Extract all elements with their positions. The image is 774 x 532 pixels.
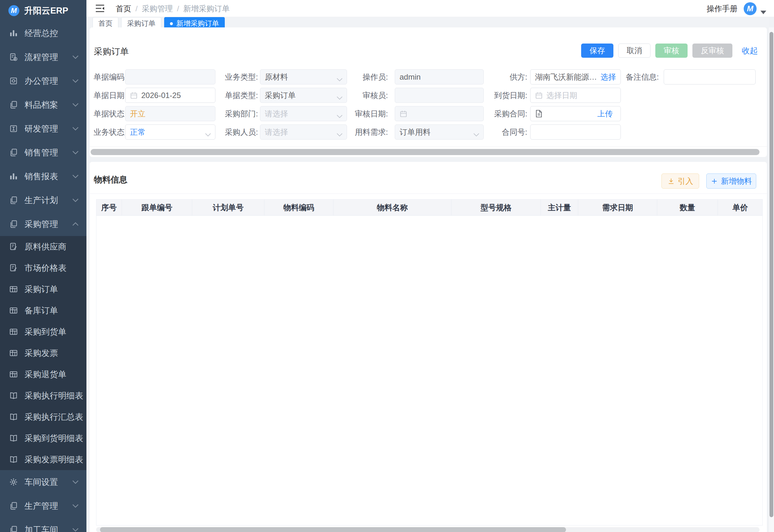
add-material-button[interactable]: 新增物料 [706, 173, 756, 189]
form-row-2: 单据日期: 2026-01-25 单据类型: 采购订单 审核员: 到货日期: 选… [90, 88, 767, 103]
collapse-link[interactable]: 收起 [742, 45, 758, 56]
sidebar-item-production-plan[interactable]: 生产计划 [0, 188, 86, 212]
files-icon [9, 195, 18, 205]
sidebar-item-purchase-arrival[interactable]: 采购到货单 [0, 321, 86, 342]
manual-link[interactable]: 操作手册 [707, 0, 738, 17]
table-grid-icon [9, 306, 18, 315]
sidebar-item-purchase-order[interactable]: 采购订单 [0, 279, 86, 300]
page-vertical-scrollbar-thumb[interactable] [769, 32, 773, 517]
calendar-icon [400, 110, 407, 118]
sidebar-item-purchase-return[interactable]: 采购退货单 [0, 364, 86, 385]
document-icon [535, 110, 542, 118]
chevron-down-icon [336, 93, 343, 102]
sidebar-item-purchase-exec-detail[interactable]: 采购执行明细表 [0, 385, 86, 406]
sidebar-item-sales-report[interactable]: 销售报表 [0, 164, 86, 188]
sidebar-item-purchase-exec-summary[interactable]: 采购执行汇总表 [0, 406, 86, 428]
breadcrumb-purchase-mgmt[interactable]: 采购管理 [142, 4, 173, 14]
doc-date-label: 单据日期: [94, 90, 124, 101]
sidebar-item-office-mgmt[interactable]: 办公管理 [0, 69, 86, 93]
upload-link[interactable]: 上传 [597, 109, 616, 119]
tab-home[interactable]: 首页 [93, 17, 118, 27]
audit-button: 审核 [655, 44, 688, 58]
sidebar-item-purchase-invoice[interactable]: 采购发票 [0, 342, 86, 364]
table-horizontal-scrollbar-track[interactable] [96, 527, 759, 532]
save-button[interactable]: 保存 [581, 44, 613, 58]
chevron-down-icon [72, 55, 79, 59]
table-grid-icon [9, 327, 18, 337]
material-panel-header: 物料信息 引入 新增物料 [90, 162, 767, 194]
sidebar-item-processing-workshop[interactable]: 加工车间 [0, 518, 86, 532]
col-header-quantity: 数量 [657, 200, 718, 215]
biz-status-label: 业务状态: [94, 127, 124, 137]
table-grid-icon [9, 284, 18, 294]
material-section-title: 物料信息 [94, 174, 127, 185]
tab-purchase-order-list[interactable]: 采购订单 [121, 17, 161, 27]
import-button[interactable]: 引入 [661, 173, 699, 189]
user-avatar[interactable]: M [744, 2, 757, 15]
supplier-input[interactable]: 湖南飞沃新能源科技股份 选择 [530, 69, 621, 84]
contract-no-label: 合同号: [486, 127, 527, 137]
arrive-date-input[interactable]: 选择日期 [530, 88, 621, 103]
sidebar-item-raw-supplier[interactable]: 原料供应商 [0, 236, 86, 257]
chevron-down-icon [72, 528, 79, 532]
sidebar-item-stock-order[interactable]: 备库订单 [0, 300, 86, 321]
app-logo: M 升阳云ERP [0, 0, 86, 21]
breadcrumb-home[interactable]: 首页 [116, 4, 131, 14]
purchase-submenu: 原料供应商 市场价格表 采购订单 备库订单 [0, 236, 86, 470]
page-vertical-scrollbar-track[interactable] [769, 27, 774, 532]
chevron-down-icon [72, 151, 79, 154]
sidebar-item-production-mgmt[interactable]: 生产管理 [0, 494, 86, 518]
form-horizontal-scrollbar[interactable] [91, 149, 759, 155]
caret-down-icon[interactable] [760, 11, 766, 14]
form-bottom-divider [90, 146, 767, 147]
files-icon [9, 100, 18, 110]
material-table-header: 序号 跟单编号 计划单号 物料编码 物料名称 型号规格 主计量 需求日期 数量 … [96, 200, 762, 216]
app-title: 升阳云ERP [24, 5, 68, 16]
order-action-buttons: 保存 取消 审核 反审核 收起 [581, 44, 758, 58]
doc-date-input[interactable]: 2026-01-25 [125, 88, 215, 103]
material-table: 序号 跟单编号 计划单号 物料编码 物料名称 型号规格 主计量 需求日期 数量 … [96, 199, 763, 526]
sidebar-item-purchase-invoice-detail[interactable]: 采购发票明细表 [0, 449, 86, 470]
breadcrumb: 首页 / 采购管理 / 新增采购订单 [116, 0, 230, 17]
col-header-material-code: 物料编码 [264, 200, 333, 215]
table-horizontal-scrollbar-thumb[interactable] [100, 527, 566, 532]
doc-code-label: 单据编码: [94, 72, 124, 82]
sidebar-item-business-overview[interactable]: 经营总控 [0, 21, 86, 45]
table-grid-icon [9, 348, 18, 358]
files-icon [9, 219, 18, 229]
table-grid-icon [9, 369, 18, 379]
purchase-order-panel: 采购订单 保存 取消 审核 反审核 收起 单据编码: 业务类型: 原材料 操作员… [90, 27, 767, 157]
sidebar-item-purchase-mgmt[interactable]: 采购管理 [0, 212, 86, 236]
download-icon [668, 178, 675, 185]
contract-file-label: 采购合同: [486, 109, 527, 119]
col-header-plan-no: 计划单号 [192, 200, 264, 215]
sidebar-item-rnd-mgmt[interactable]: 研发管理 [0, 117, 86, 141]
chevron-down-icon [205, 130, 211, 139]
operator-label: 操作员: [349, 72, 388, 82]
contract-no-input[interactable] [530, 124, 621, 140]
cancel-button[interactable]: 取消 [618, 44, 650, 58]
app-logo-icon: M [8, 5, 19, 16]
form-row-4: 业务状态: 正常 采购人员: 请选择 用料需求: 订单用料 合同号: [90, 124, 767, 140]
sidebar-item-workshop-settings[interactable]: 车间设置 [0, 470, 86, 494]
chevron-down-icon [72, 79, 79, 83]
sidebar-fold-icon[interactable] [95, 4, 104, 13]
open-book-icon [9, 433, 18, 443]
calendar-icon [130, 92, 138, 99]
sidebar-item-purchase-arrival-detail[interactable]: 采购到货明细表 [0, 428, 86, 449]
sidebar-item-sales-mgmt[interactable]: 销售管理 [0, 141, 86, 164]
files-icon [9, 148, 18, 157]
supplier-select-link[interactable]: 选择 [600, 72, 616, 82]
unaudit-button: 反审核 [692, 44, 732, 58]
doc-type-select: 采购订单 [260, 88, 347, 103]
sidebar-item-material-archive[interactable]: 料品档案 [0, 93, 86, 117]
remark-label: 备注信息: [623, 72, 659, 82]
purchase-person-select: 请选择 [260, 124, 347, 140]
sidebar-item-market-price[interactable]: 市场价格表 [0, 257, 86, 279]
tab-new-purchase-order[interactable]: 新增采购订单 [164, 17, 225, 27]
open-book-icon [9, 391, 18, 400]
remark-input[interactable] [664, 69, 756, 84]
office-icon [9, 76, 18, 86]
biz-status-select[interactable]: 正常 [125, 124, 215, 140]
sidebar-item-process-mgmt[interactable]: 流程管理 [0, 45, 86, 69]
